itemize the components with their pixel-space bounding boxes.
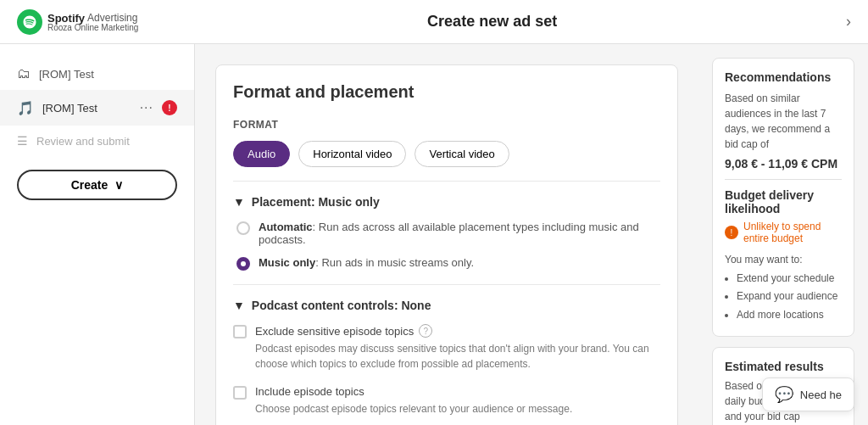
sidebar-item-top-label: [ROM] Test: [39, 68, 94, 81]
review-submit-label: Review and submit: [36, 135, 130, 148]
placement-music-only-text: Music only: Run ads in music streams onl…: [259, 256, 474, 269]
create-button[interactable]: Create ∨: [17, 170, 177, 200]
error-badge: !: [162, 100, 177, 115]
spotify-advertising-label: Advertising: [87, 12, 137, 24]
spotify-circle-icon: [17, 9, 42, 35]
panel-suggestions: You may want to: Extend your schedule Ex…: [725, 251, 842, 324]
include-topics-content: Include episode topics Choose podcast ep…: [255, 385, 660, 417]
main-layout: 🗂 [ROM] Test 🎵 [ROM] Test ··· ! ☰ Review…: [0, 44, 868, 425]
placement-automatic-option[interactable]: Automatic: Run ads across all available …: [236, 221, 660, 246]
page-title: Create new ad set: [427, 13, 557, 31]
sidebar-item-rom-test-active[interactable]: 🎵 [ROM] Test ··· !: [0, 90, 194, 126]
sensitive-topics-help-icon[interactable]: ?: [419, 324, 432, 338]
podcast-sensitive-topics-item: Exclude sensitive episode topics ? Podca…: [233, 324, 660, 372]
format-audio-button[interactable]: Audio: [233, 141, 290, 167]
recommendations-text: Based on similar audiences in the last 7…: [725, 91, 842, 152]
podcast-header[interactable]: ▼ Podcast content controls: None: [233, 299, 660, 312]
sensitive-topics-content: Exclude sensitive episode topics ? Podca…: [255, 324, 660, 372]
help-label: Need he: [800, 389, 842, 401]
placement-heading: Placement: Music only: [252, 195, 380, 209]
placement-options: Automatic: Run ads across all available …: [236, 221, 660, 271]
placement-chevron-icon: ▼: [233, 195, 245, 209]
spotify-icon: [22, 14, 37, 30]
spotify-logo: Spotify Advertising Rooza Online Marketi…: [17, 9, 138, 35]
sensitive-topics-label: Exclude sensitive episode topics ?: [255, 324, 660, 338]
file-icon: 🗂: [17, 66, 31, 81]
sensitive-topics-checkbox[interactable]: [233, 325, 247, 338]
podcast-include-topics-item: Include episode topics Choose podcast ep…: [233, 385, 660, 417]
sidebar-item-review-submit: ☰ Review and submit: [0, 126, 194, 156]
unlikely-text: Unlikely to spend entire budget: [743, 221, 842, 244]
suggestion-3: Add more locations: [737, 306, 842, 325]
close-icon[interactable]: ›: [846, 13, 851, 31]
warning-icon: !: [725, 226, 738, 239]
format-horizontal-video-button[interactable]: Horizontal video: [298, 141, 406, 167]
main-content: Format and placement Format Audio Horizo…: [195, 44, 698, 425]
budget-likelihood-title: Budget delivery likelihood: [725, 188, 842, 215]
sidebar-actions: ··· !: [136, 98, 177, 117]
music-note-icon: 🎵: [17, 100, 34, 116]
include-topics-label: Include episode topics: [255, 385, 660, 398]
sidebar-active-label: [ROM] Test: [42, 102, 97, 115]
recommendations-card: Recommendations Based on similar audienc…: [712, 58, 854, 337]
sensitive-topics-description: Podcast episodes may discuss sensitive t…: [255, 341, 660, 372]
more-options-button[interactable]: ···: [136, 98, 157, 117]
placement-automatic-text: Automatic: Run ads across all available …: [259, 221, 660, 246]
suggestions-list: Extend your schedule Expand your audienc…: [725, 270, 842, 325]
recommendations-title: Recommendations: [725, 70, 842, 84]
sidebar: 🗂 [ROM] Test 🎵 [ROM] Test ··· ! ☰ Review…: [0, 44, 195, 425]
company-name: Rooza Online Marketing: [47, 23, 138, 32]
podcast-chevron-icon: ▼: [233, 299, 245, 312]
suggestions-intro: You may want to:: [725, 251, 842, 270]
format-vertical-video-button[interactable]: Vertical video: [415, 141, 509, 167]
radio-music-only-circle: [236, 257, 250, 271]
suggestion-2: Expand your audience: [737, 288, 842, 306]
top-header: Spotify Advertising Rooza Online Marketi…: [0, 0, 868, 44]
format-label: Format: [233, 119, 660, 131]
recommendations-price: 9,08 € - 11,09 € CPM: [725, 157, 842, 171]
chat-icon: 💬: [775, 385, 793, 404]
format-buttons-group: Audio Horizontal video Vertical video: [233, 141, 660, 167]
create-label: Create: [71, 178, 108, 192]
sidebar-active-inner: 🎵 [ROM] Test: [17, 100, 97, 116]
chevron-down-icon: ∨: [114, 178, 123, 192]
sidebar-item-rom-test-top[interactable]: 🗂 [ROM] Test: [0, 58, 194, 90]
right-panel: Recommendations Based on similar audienc…: [698, 44, 868, 425]
brand-text: Spotify Advertising Rooza Online Marketi…: [47, 12, 138, 32]
panel-divider-1: [725, 179, 842, 180]
unlikely-badge: ! Unlikely to spend entire budget: [725, 221, 842, 244]
list-icon: ☰: [17, 134, 28, 148]
podcast-checkboxes: Exclude sensitive episode topics ? Podca…: [233, 324, 660, 417]
section-heading: Format and placement: [233, 82, 660, 102]
estimated-results-title: Estimated results: [725, 360, 842, 373]
help-button[interactable]: 💬 Need he: [762, 377, 854, 411]
include-topics-description: Choose podcast episode topics relevant t…: [255, 401, 660, 417]
podcast-heading: Podcast content controls: None: [252, 299, 431, 312]
divider-1: [233, 181, 660, 182]
format-placement-card: Format and placement Format Audio Horizo…: [215, 64, 678, 425]
suggestion-1: Extend your schedule: [737, 270, 842, 288]
placement-music-only-option[interactable]: Music only: Run ads in music streams onl…: [236, 256, 660, 271]
placement-header[interactable]: ▼ Placement: Music only: [233, 195, 660, 209]
radio-automatic-circle: [236, 221, 250, 235]
include-topics-checkbox[interactable]: [233, 386, 247, 400]
divider-2: [233, 284, 660, 285]
